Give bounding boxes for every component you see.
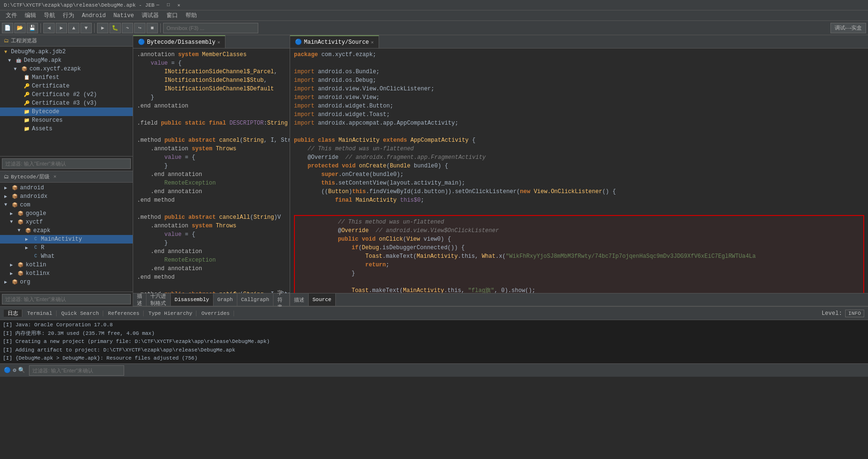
bt-kotlin[interactable]: ▶ 📦 kotlin	[0, 261, 133, 269]
ei-apk[interactable]: ▼ 🤖 DebugMe.apk	[0, 56, 133, 65]
omnibox-input[interactable]	[163, 23, 258, 33]
bytecode-code-area[interactable]: .annotation system MemberClasses value =…	[133, 49, 290, 293]
tab-source[interactable]: 🔵 MainActivity/Source ✕	[290, 35, 379, 48]
ei-bytecode-icon: 📁	[23, 108, 30, 116]
bt-kotlin-arrow: ▶	[8, 261, 15, 269]
bt-mainactivity[interactable]: ▶ C MainActivity	[0, 235, 133, 244]
log-entry-4: [I] Adding artifact to project: D:\CTF\X…	[3, 346, 865, 355]
bt-ezapk-arrow: ▼	[15, 227, 23, 234]
menu-edit[interactable]: 编辑	[21, 10, 40, 20]
toolbar-run[interactable]: ▶	[97, 23, 108, 33]
ei-bytecode[interactable]: 📁 Bytecode	[0, 107, 133, 116]
toolbar-new[interactable]: 📄	[2, 23, 13, 33]
log-level-badge: INFO	[845, 310, 864, 317]
toolbar-back[interactable]: ◀	[43, 23, 55, 33]
ei-assets[interactable]: 📁 Assets	[0, 125, 133, 133]
explorer-filter-area	[0, 156, 133, 171]
bottom-tab-graph[interactable]: Graph	[214, 293, 237, 306]
source-code-area[interactable]: package com.xyctf.ezapk; import android.…	[290, 49, 868, 293]
bt-android-label: android	[20, 185, 44, 191]
log-entry-3: [I] Creating a new project (primary file…	[3, 338, 865, 346]
toolbar-step[interactable]: ↷	[122, 23, 133, 33]
bottom-tab-disasm[interactable]: Disassembly	[171, 293, 214, 306]
toolbar-open[interactable]: 📂	[14, 23, 26, 33]
log-tab-references[interactable]: References	[104, 311, 144, 316]
bt-kotlinx-icon: 📦	[17, 270, 24, 277]
ei-cert2-icon: 🔑	[23, 91, 30, 98]
bt-android[interactable]: ▶ 📦 android	[0, 184, 133, 192]
log-content[interactable]: [I] Java: Oracle Corporation 17.0.8 [I] …	[0, 320, 868, 363]
bt-r[interactable]: ▶ C R	[0, 244, 133, 252]
explorer-title: 工程浏览器	[11, 37, 37, 44]
bt-com[interactable]: ▼ 📦 com	[0, 201, 133, 209]
menu-navigate[interactable]: 导航	[40, 10, 59, 20]
menu-file[interactable]: 文件	[2, 10, 21, 20]
tab-bytecode-close[interactable]: ✕	[217, 39, 220, 45]
ei-pkg2[interactable]: ▼ 📦 com.xyctf.ezapk	[0, 65, 133, 73]
menu-android[interactable]: Android	[78, 11, 109, 20]
ei-cert3-icon: 🔑	[23, 99, 30, 107]
bottom-tab-strings[interactable]: 字符串	[273, 293, 290, 306]
maximize-button[interactable]: □	[165, 2, 172, 8]
log-tab-quicksearch[interactable]: Quick Search	[58, 311, 103, 316]
ei-cert3[interactable]: 🔑 Certificate #3 (v3)	[0, 99, 133, 107]
toolbar-save[interactable]: 💾	[27, 23, 38, 33]
log-level-label: Level:	[821, 310, 842, 317]
bytecode-hierarchy-title: Bytecode/层级	[11, 173, 49, 180]
explorer-filter-input[interactable]	[2, 158, 131, 169]
bt-ezapk[interactable]: ▼ 📦 ezapk	[0, 226, 133, 235]
bt-what-arrow	[23, 253, 30, 260]
close-button[interactable]: ✕	[176, 2, 182, 8]
bottom-tab-hex[interactable]: 十六进制格式	[146, 293, 171, 306]
menu-debugger[interactable]: 调试器	[138, 10, 163, 20]
bt-org-label: org	[20, 279, 30, 285]
log-tab-terminal[interactable]: Terminal	[23, 311, 57, 316]
log-tab-typehierarchy[interactable]: Type Hierarchy	[145, 311, 196, 316]
ei-cert3-label: Certificate #3 (v3)	[32, 100, 97, 107]
source-tab-describe[interactable]: 描述	[290, 293, 309, 306]
ei-root-icon: ▼	[2, 48, 10, 56]
bt-google[interactable]: ▶ 📦 google	[0, 209, 133, 218]
ei-resources[interactable]: 📁 Resources	[0, 116, 133, 125]
menu-window[interactable]: 窗口	[163, 10, 182, 20]
ei-apk-label: DebugMe.apk	[24, 57, 61, 64]
toolbar-debug[interactable]: 🐛	[109, 23, 121, 33]
bt-mainactivity-label: MainActivity	[41, 236, 82, 243]
toolbar-down[interactable]: ▼	[80, 23, 92, 33]
menu-action[interactable]: 行为	[59, 10, 78, 20]
menu-help[interactable]: 帮助	[182, 10, 201, 20]
log-entry-1: [I] Java: Oracle Corporation 17.0.8	[3, 321, 865, 330]
tab-source-close[interactable]: ✕	[371, 39, 374, 45]
toolbar-stepover[interactable]: ↪	[134, 23, 146, 33]
debug-btn[interactable]: 调试←→实盒	[830, 23, 866, 33]
title-bar-title: D:\CTF\XYCTF\ezapk\app\release\DebugMe.a…	[4, 2, 155, 8]
bytecode-filter-input[interactable]	[2, 294, 131, 304]
toolbar-sep2	[94, 23, 95, 33]
menu-native[interactable]: Native	[109, 11, 137, 20]
ei-cert2[interactable]: 🔑 Certificate #2 (v2)	[0, 90, 133, 99]
bt-xyctf[interactable]: ▼ 📦 xyctf	[0, 218, 133, 226]
bottom-tab-describe[interactable]: 描述	[133, 293, 146, 306]
source-tabbar: 🔵 MainActivity/Source ✕	[290, 35, 868, 49]
bt-what[interactable]: C What	[0, 252, 133, 261]
ei-cert1[interactable]: 🔑 Certificate	[0, 82, 133, 90]
toolbar-up[interactable]: ▲	[68, 23, 79, 33]
bytecode-hierarchy-close[interactable]: ✕	[53, 174, 56, 179]
ei-root[interactable]: ▼ DebugMe.apk.jdb2	[0, 48, 133, 56]
bt-kotlinx[interactable]: ▶ 📦 kotlinx	[0, 269, 133, 278]
ei-manifest-label: Manifest	[32, 74, 59, 81]
tab-bytecode-disassembly[interactable]: 🔵 Bytecode/Disassembly ✕	[133, 35, 225, 48]
status-filter-input[interactable]	[29, 365, 124, 376]
menu-bar: 文件 编辑 导航 行为 Android Native 调试器 窗口 帮助	[0, 10, 868, 21]
bt-androidx[interactable]: ▶ 📦 androidx	[0, 192, 133, 201]
minimize-button[interactable]: —	[155, 2, 161, 8]
source-tab-source[interactable]: Source	[309, 293, 336, 306]
log-tab-overrides[interactable]: Overrides	[197, 311, 234, 316]
log-tab-log[interactable]: 日志	[4, 310, 22, 317]
bottom-tab-callgraph[interactable]: Callgraph	[237, 293, 273, 306]
bt-mainactivity-arrow: ▶	[23, 235, 30, 243]
toolbar-fwd[interactable]: ▶	[56, 23, 67, 33]
bt-org[interactable]: ▶ 📦 org	[0, 278, 133, 286]
ei-manifest[interactable]: 📋 Manifest	[0, 73, 133, 82]
toolbar-stop[interactable]: ■	[146, 23, 158, 33]
